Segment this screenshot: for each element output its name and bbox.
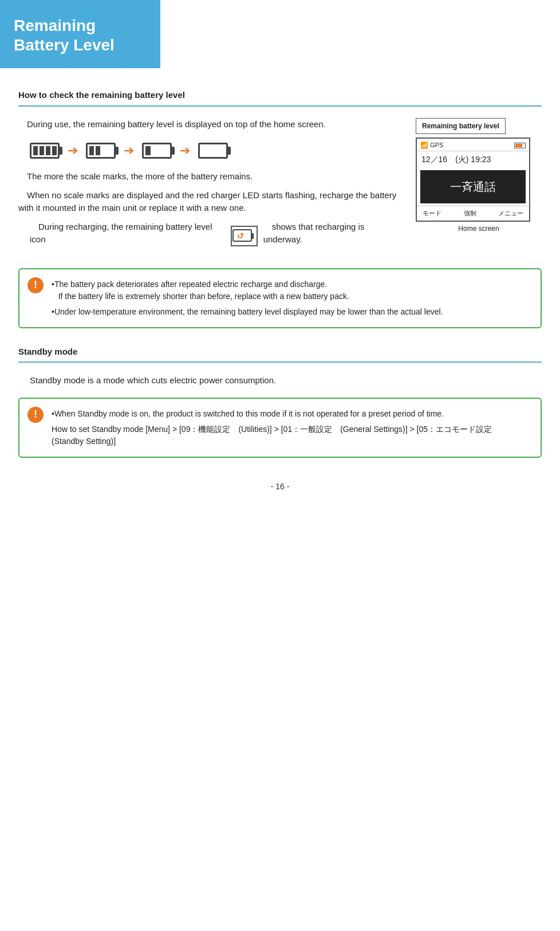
battery-full-icon [30,143,60,159]
para3-start: During recharging, the remaining battery… [30,221,225,246]
side-panel: Remaining battery level 📶 GPS 12／16 (火) … [416,118,542,258]
arrow-icon-2: ➔ [124,141,134,160]
remaining-label: Remaining battery level [416,118,506,134]
note-icon-2: ! [27,407,44,423]
note2-bullet1: •When Standby mode is on, the product is… [52,408,531,420]
svg-rect-1 [251,233,254,239]
phone-battery-indicator [514,140,526,150]
note-box-2: ! •When Standby mode is on, the product … [18,398,542,458]
battery-empty-icon [198,143,228,159]
section2-divider [18,362,542,363]
note1-bullet1: •The battery pack deteriorates after rep… [52,278,531,303]
page-title: Remaining Battery Level [14,16,147,54]
home-screen-label: Home screen [416,223,542,234]
standby-section: Standby mode Standby mode is a mode whic… [18,345,542,458]
para1: During use, the remaining battery level … [18,118,402,131]
arrow-icon-3: ➔ [180,141,190,160]
para3-end: shows that recharging is underway. [263,221,402,246]
section1-divider [18,105,542,107]
header-banner: Remaining Battery Level [0,0,160,68]
phone-bottom-bar: モード 強制 メニュー [417,206,529,221]
note-box-1: ! •The battery pack deteriorates after r… [18,268,542,328]
page-number: - 16 - [18,481,542,493]
section1-heading: How to check the remaining battery level [18,89,542,102]
note-icon-1: ! [27,277,44,293]
phone-signal: 📶 GPS [420,140,443,150]
battery-low-icon [142,143,172,159]
phone-date: 12／16 (火) 19:23 [417,151,529,168]
section1-text: During use, the remaining battery level … [18,118,402,258]
battery-icons-row: ➔ ➔ ➔ [30,141,402,160]
para2: When no scale marks are displayed and th… [18,189,402,215]
phone-btn-right: メニュー [498,209,523,218]
arrow-icon-1: ➔ [68,141,78,160]
phone-btn-left: モード [423,209,441,218]
phone-status-bar: 📶 GPS [417,139,529,152]
note1-bullet2: •Under low-temperature environment, the … [52,306,531,318]
section1-body: During use, the remaining battery level … [18,118,542,258]
phone-main-button: 一斉通話 [420,170,526,203]
phone-btn-mid: 強制 [464,209,476,218]
note2-bullet2: How to set Standby mode [Menu] > [09：機能設… [52,423,531,447]
svg-text:↺: ↺ [237,231,244,241]
recharge-icon: ↺ [231,226,258,246]
battery-half-icon [86,143,116,159]
standby-para1: Standby mode is a mode which cuts electr… [30,374,542,387]
phone-screen: 📶 GPS 12／16 (火) 19:23 一斉通話 モード 強制 メニュー [416,138,530,222]
section2-heading: Standby mode [18,345,542,359]
battery-caption: The more the scale marks, the more of th… [18,170,402,183]
recharge-row: During recharging, the remaining battery… [30,221,402,252]
